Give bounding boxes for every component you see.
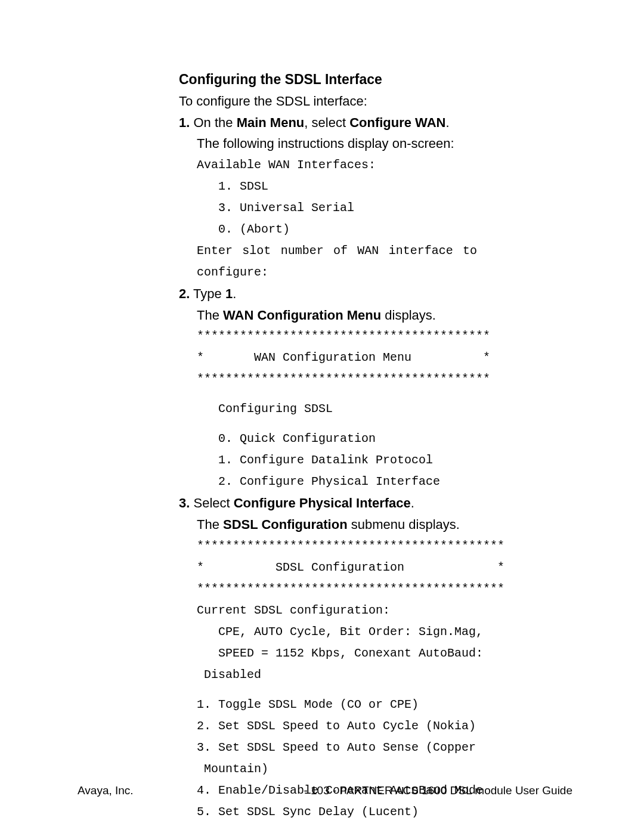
document-page: Configuring the SDSL Interface To config… [0, 0, 644, 833]
code-line: 1. Toggle SDSL Mode (CO or CPE) [197, 696, 572, 714]
code-line: ****************************************… [197, 537, 572, 555]
code-line: ****************************************… [197, 370, 572, 388]
step-number: 1. [179, 115, 190, 130]
code-line: Configuring SDSL [197, 400, 572, 418]
step-bold: Main Menu [237, 115, 305, 130]
step-number: 2. [179, 286, 190, 301]
intro-text: To configure the SDSL interface: [179, 92, 572, 110]
code-line: 5. Set SDSL Sync Delay (Lucent) [197, 803, 572, 821]
code-line: ****************************************… [197, 327, 572, 345]
step-number: 3. [179, 496, 190, 510]
code-line: 1. Configure Datalink Protocol [197, 451, 572, 469]
code-line: 1. SDSL [197, 178, 572, 196]
step-text: . [445, 115, 449, 130]
code-line: 0. Quick Configuration [197, 430, 572, 448]
code-line: Disabled [197, 666, 572, 684]
footer-right: - 103 - PARTNER ACS 1600 DSL module User… [304, 784, 572, 797]
section-heading: Configuring the SDSL Interface [179, 72, 572, 88]
step-2-body: The WAN Configuration Menu displays. [197, 306, 572, 324]
code-line: * WAN Configuration Menu * [197, 349, 572, 367]
code-line: CPE, AUTO Cycle, Bit Order: Sign.Mag, [197, 623, 572, 641]
step-text: On the [190, 115, 236, 130]
step-body-text: submenu displays. [348, 517, 460, 532]
step-bold: Configure WAN [349, 115, 445, 130]
code-line: ****************************************… [197, 580, 572, 598]
code-line: * SDSL Configuration * [197, 559, 572, 577]
step-text: . [233, 286, 236, 301]
code-line: Current SDSL configuration: [197, 602, 572, 620]
step-3-body: The SDSL Configuration submenu displays. [197, 516, 572, 534]
step-text: . [411, 496, 414, 510]
step-body-text: The [197, 308, 223, 323]
code-line: 2. Set SDSL Speed to Auto Cycle (Nokia) [197, 717, 572, 735]
step-3: 3. Select Configure Physical Interface. [179, 494, 572, 512]
code-line: 0. (Abort) [197, 221, 572, 239]
step-text: , select [304, 115, 349, 130]
step-body-bold: SDSL Configuration [223, 517, 348, 532]
step-body-text: The [197, 517, 223, 532]
code-line: 2. Configure Physical Interface [197, 473, 572, 491]
step-body-text: displays. [381, 308, 436, 323]
code-line: SPEED = 1152 Kbps, Conexant AutoBaud: [197, 645, 572, 662]
code-line: 3. Set SDSL Speed to Auto Sense (Copper [197, 739, 572, 757]
code-line: Enter slot number of WAN interface to [197, 242, 477, 260]
step-bold: Configure Physical Interface [234, 496, 411, 510]
step-bold: 1 [225, 286, 233, 301]
step-text: Type [190, 286, 225, 301]
step-1-body: The following instructions display on-sc… [197, 135, 572, 153]
step-1: 1. On the Main Menu, select Configure WA… [179, 114, 572, 132]
step-text: Select [190, 496, 233, 510]
page-footer: Avaya, Inc. - 103 - PARTNER ACS 1600 DSL… [78, 784, 572, 797]
step-2: 2. Type 1. [179, 285, 572, 303]
step-body-bold: WAN Configuration Menu [223, 308, 381, 323]
code-line: Mountain) [197, 760, 572, 778]
code-line: configure: [197, 264, 572, 281]
code-line: 3. Universal Serial [197, 199, 572, 217]
footer-left: Avaya, Inc. [78, 784, 134, 797]
code-line: Available WAN Interfaces: [197, 156, 572, 174]
